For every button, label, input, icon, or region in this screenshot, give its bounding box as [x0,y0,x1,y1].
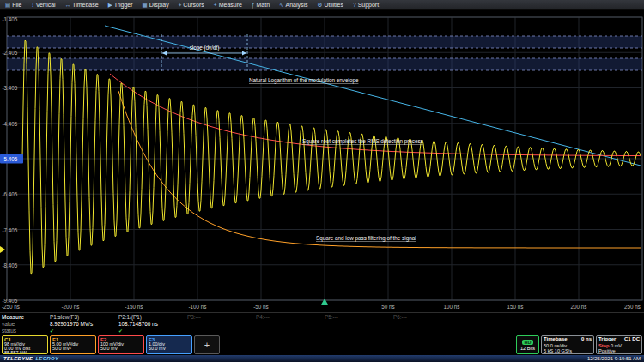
annotation-natural-log: Natural Logarithm of the modulation enve… [249,77,359,84]
add-trace-button[interactable]: + [194,335,220,354]
file-icon: ▤ [5,2,10,9]
menu-item-label: Utilities [324,2,343,8]
descriptor-line: 50.0 mV² [51,347,95,351]
timebase-delay: 0 ns [581,336,592,343]
menu-item-analysis[interactable]: ∿Analysis [279,2,308,9]
trace-level-readout: -5.405 [3,156,18,162]
measure-value-p1: 8.92901976 MV/s [50,321,118,327]
x-axis-label: 200 ns [571,304,587,310]
menu-item-timebase[interactable]: ↔Timebase [65,2,99,8]
annotation-lowpass: Square and low pass filtering of the sig… [316,235,416,242]
menu-item-trigger[interactable]: ▶Trigger [108,2,133,9]
timebase-title: Timebase [544,336,568,343]
brand-lecroy: LECROY [35,356,58,361]
menu-item-utilities[interactable]: ⚙Utilities [318,2,343,9]
measure-status-p2: ✔ [118,328,187,334]
menu-item-label: Math [257,2,270,8]
c1-offset-marker[interactable] [0,246,5,253]
hd-indicator[interactable]: HD 12 Bits [516,335,539,354]
trigger-title: Trigger [598,336,616,343]
trigger-source: C1 DC [624,336,640,343]
descriptor-f1[interactable]: F15.00 mV²/div50.0 mV² [50,335,96,354]
menu-item-measure[interactable]: +Measure [214,2,242,8]
teledyne-lecroy-logo: TELEDYNE LECROY [3,356,58,361]
menu-item-support[interactable]: ?Support [353,2,379,8]
measure-row-label-status: status [2,328,50,334]
math-icon: ƒ [252,2,255,8]
descriptor-line: 85.557 kW [3,351,47,354]
annotation-slope: slope (dy/dt) [190,45,220,51]
x-axis-label: 150 ns [507,304,524,310]
y-axis-label: -1.405 [3,16,18,22]
hd-badge: HD [522,340,534,345]
measure-table-title: Measure [2,314,50,320]
support-icon: ? [353,2,356,8]
slope-arrowhead-left-icon [162,51,167,56]
descriptor-c1[interactable]: C198 mV/div0.00 mV ofst85.557 kW [2,335,48,354]
x-axis-label: -200 ns [61,304,79,310]
menu-item-label: Support [358,2,380,8]
annotation-square-root: Square root completes the RMS detection … [302,138,423,145]
measure-header-p4[interactable]: P4:--- [256,314,325,320]
timebase-icon: ↔ [65,2,71,8]
measure-status-p1: ✔ [50,328,118,334]
cursors-icon: ⌖ [179,2,182,9]
measure-header-p5[interactable]: P5:--- [325,314,393,320]
menu-item-label: Cursors [183,2,204,8]
x-axis-label: -250 ns [2,304,20,310]
y-axis-label: -7.405 [3,227,18,233]
trigger-descriptor[interactable]: Trigger C1 DC Stop 0 mV Positive [596,335,642,354]
menu-item-display[interactable]: ▦Display [143,2,169,9]
x-axis-label: 100 ns [444,304,460,310]
status-bar: TELEDYNE LECROY 12/25/2021 9:19:51 AM [0,355,644,362]
vertical-icon: ↕ [31,2,33,8]
analysis-icon: ∿ [279,2,283,9]
measure-icon: + [214,2,217,8]
menu-item-label: File [12,2,21,8]
y-axis-label: -3.405 [3,85,18,91]
y-axis-label: -9.405 [3,298,18,304]
menu-item-label: Vertical [36,2,56,8]
descriptor-line: 50.0 mV [147,347,191,351]
trigger-icon: ▶ [108,2,112,9]
brand-teledyne: TELEDYNE [3,356,33,361]
measure-header-p1[interactable]: P1:slew(F3) [50,314,118,320]
x-axis-label: 250 ns [624,304,641,310]
y-axis-label: -4.405 [3,121,18,127]
descriptor-f2[interactable]: F2100 mV/div50.0 mV [98,335,144,354]
utilities-icon: ⚙ [318,2,323,9]
measure-gate-band[interactable] [7,58,642,70]
display-icon: ▦ [143,2,148,9]
y-axis-label: -2.405 [3,50,18,56]
menu-item-label: Display [149,2,169,8]
measure-panel: MeasureP1:slew(F3)P2:1/(P1)P3:---P4:---P… [0,312,644,335]
y-axis-label: -6.405 [3,191,18,197]
menu-item-cursors[interactable]: ⌖Cursors [179,2,204,9]
trigger-state: Stop [598,343,609,348]
menu-item-file[interactable]: ▤File [5,2,21,9]
timebase-descriptor[interactable]: Timebase 0 ns 50.0 ns/div 5 kS 10 GS/s [541,335,594,354]
y-axis-label: -8.405 [3,262,18,268]
trigger-slope: Positive [598,348,640,354]
measure-row-label-value: value [2,321,50,327]
descriptor-f3[interactable]: F31.00/div50.0 mV [146,335,192,354]
measure-header-p3[interactable]: P3:--- [187,314,256,320]
menu-bar: ▤File↕Vertical↔Timebase▶Trigger▦Display⌖… [0,0,644,10]
plot-svg: Natural Logarithm of the modulation enve… [0,10,644,312]
hd-bits-label: 12 Bits [520,346,535,351]
measure-value-p2: 108.7148766 ns [118,321,187,327]
measure-gate-band[interactable] [7,36,642,48]
x-axis-label: -150 ns [125,304,143,310]
trigger-level: 0 mV [611,343,622,348]
menu-item-vertical[interactable]: ↕Vertical [31,2,55,8]
descriptor-row: C198 mV/div0.00 mV ofst85.557 kWF15.00 m… [0,335,644,355]
menu-item-math[interactable]: ƒMath [252,2,270,8]
x-axis-label: -50 ns [253,304,269,310]
menu-item-label: Measure [219,2,242,8]
menu-item-label: Timebase [72,2,98,8]
measure-header-p2[interactable]: P2:1/(P1) [118,314,187,320]
measure-header-p6[interactable]: P6:--- [393,314,462,320]
waveform-display: Natural Logarithm of the modulation enve… [0,10,644,312]
timebase-rate: 10 GS/s [555,348,572,353]
trigger-position-marker[interactable] [321,299,329,305]
